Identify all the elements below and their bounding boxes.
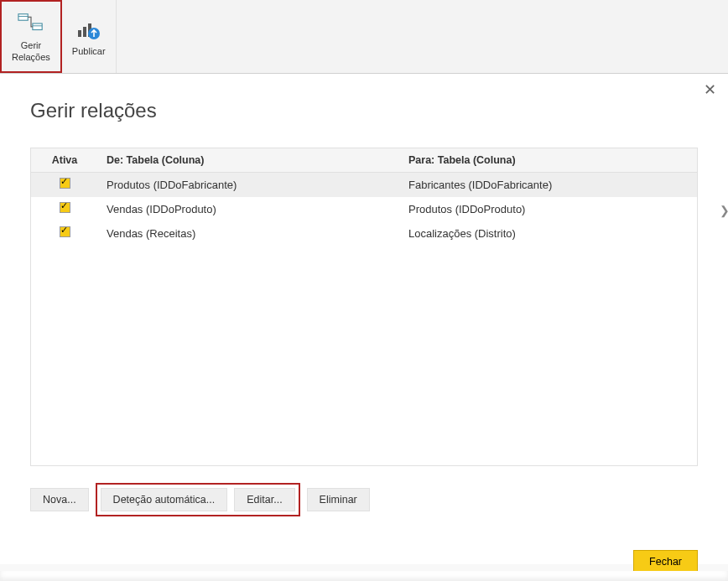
svg-rect-2	[33, 23, 42, 30]
ribbon: Gerir Relações Publicar	[0, 0, 728, 74]
footer: Fechar	[30, 550, 698, 573]
from-cell: Vendas (Receitas)	[98, 221, 400, 246]
table-row[interactable]: Produtos (IDDoFabricante)Fabricantes (ID…	[31, 173, 697, 197]
chevron-right-icon[interactable]: ❯	[720, 204, 728, 217]
active-cell	[31, 221, 98, 246]
active-cell	[31, 173, 98, 197]
relations-table: Ativa De: Tabela (Coluna) Para: Tabela (…	[31, 148, 697, 246]
close-button[interactable]: Fechar	[633, 550, 698, 573]
highlighted-button-group: Deteção automática... Editar...	[96, 483, 300, 516]
action-buttons: Nova... Deteção automática... Editar... …	[30, 483, 698, 516]
to-cell: Fabricantes (IDDoFabricante)	[400, 173, 697, 197]
column-header-active[interactable]: Ativa	[31, 148, 98, 173]
column-header-from[interactable]: De: Tabela (Coluna)	[98, 148, 400, 173]
svg-rect-0	[18, 14, 28, 21]
close-icon[interactable]: ✕	[704, 80, 716, 99]
ribbon-manage-relations[interactable]: Gerir Relações	[0, 0, 62, 73]
ribbon-manage-relations-label: Gerir Relações	[12, 40, 50, 62]
svg-rect-4	[78, 30, 81, 37]
relations-table-container: Ativa De: Tabela (Coluna) Para: Tabela (…	[30, 148, 698, 466]
manage-relations-dialog: ✕ ❯ Gerir relações Ativa De: Tabela (Col…	[0, 74, 728, 564]
to-cell: Produtos (IDDoProduto)	[400, 197, 697, 221]
edit-button[interactable]: Editar...	[234, 488, 294, 511]
publish-icon	[75, 16, 102, 43]
ribbon-publish-label: Publicar	[72, 46, 106, 57]
checkbox-icon[interactable]	[60, 226, 70, 237]
checkbox-icon[interactable]	[60, 202, 70, 213]
checkbox-icon[interactable]	[60, 178, 70, 189]
from-cell: Vendas (IDDoProduto)	[98, 197, 400, 221]
new-button[interactable]: Nova...	[30, 488, 89, 511]
delete-button[interactable]: Eliminar	[307, 488, 370, 511]
active-cell	[31, 197, 98, 221]
table-row[interactable]: Vendas (IDDoProduto)Produtos (IDDoProdut…	[31, 197, 697, 221]
table-row[interactable]: Vendas (Receitas)Localizações (Distrito)	[31, 221, 697, 246]
from-cell: Produtos (IDDoFabricante)	[98, 173, 400, 197]
bottom-shadow	[0, 571, 728, 581]
manage-relations-icon	[18, 10, 44, 37]
dialog-title: Gerir relações	[30, 99, 698, 122]
ribbon-publish[interactable]: Publicar	[62, 0, 117, 73]
svg-rect-5	[83, 27, 86, 37]
column-header-to[interactable]: Para: Tabela (Coluna)	[400, 148, 697, 173]
autodetect-button[interactable]: Deteção automática...	[101, 488, 228, 511]
to-cell: Localizações (Distrito)	[400, 221, 697, 246]
